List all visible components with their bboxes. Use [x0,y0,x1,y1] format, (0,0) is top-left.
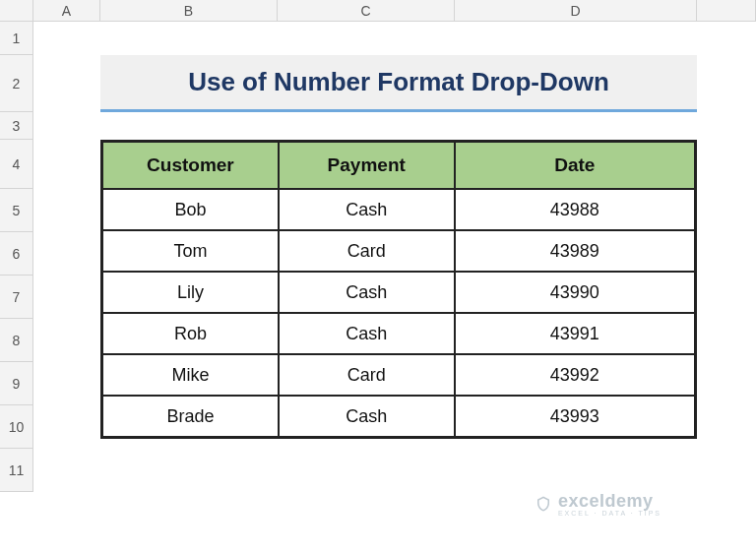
row-header-2[interactable]: 2 [0,55,33,112]
cell-customer[interactable]: Brade [102,396,279,437]
cell-date[interactable]: 43988 [455,189,695,230]
row-header-10[interactable]: 10 [0,405,33,449]
table-header-row: Customer Payment Date [102,142,695,189]
table-row: Brade Cash 43993 [102,396,695,437]
header-customer[interactable]: Customer [102,142,279,189]
row-header-7[interactable]: 7 [0,276,33,319]
watermark-text: exceldemy EXCEL · DATA · TIPS [558,491,662,517]
data-table: Customer Payment Date Bob Cash 43988 Tom… [100,140,697,439]
col-header-c[interactable]: C [278,0,455,21]
row-header-4[interactable]: 4 [0,140,33,189]
row-header-9[interactable]: 9 [0,362,33,405]
cell-customer[interactable]: Tom [102,230,279,272]
cell-customer[interactable]: Rob [102,313,279,354]
cell-payment[interactable]: Cash [279,313,455,354]
cell-payment[interactable]: Cash [279,272,455,313]
table-row: Bob Cash 43988 [102,189,695,230]
cell-date[interactable]: 43992 [455,354,695,396]
cell-customer[interactable]: Bob [102,189,279,230]
cell-customer[interactable]: Lily [102,272,279,313]
table-row: Rob Cash 43991 [102,313,695,354]
cell-date[interactable]: 43989 [455,230,695,272]
table-row: Mike Card 43992 [102,354,695,396]
row-header-5[interactable]: 5 [0,189,33,232]
watermark-brand: exceldemy [558,491,654,511]
table-row: Lily Cash 43990 [102,272,695,313]
cell-payment[interactable]: Cash [279,189,455,230]
watermark-sub: EXCEL · DATA · TIPS [558,510,662,517]
column-headers: A B C D [0,0,756,22]
watermark: exceldemy EXCEL · DATA · TIPS [535,491,662,517]
cell-date[interactable]: 43990 [455,272,695,313]
cell-payment[interactable]: Cash [279,396,455,437]
row-headers: 1 2 3 4 5 6 7 8 9 10 11 [0,22,33,492]
title-cell[interactable]: Use of Number Format Drop-Down [100,55,697,112]
col-header-d[interactable]: D [455,0,697,21]
row-header-8[interactable]: 8 [0,319,33,362]
cell-date[interactable]: 43993 [455,396,695,437]
col-header-a[interactable]: A [33,0,100,21]
row-header-1[interactable]: 1 [0,22,33,55]
cell-payment[interactable]: Card [279,354,455,396]
title-text: Use of Number Format Drop-Down [188,67,609,97]
row-header-11[interactable]: 11 [0,449,33,492]
cells-area[interactable]: Use of Number Format Drop-Down Customer … [33,22,756,552]
cell-payment[interactable]: Card [279,230,455,272]
header-date[interactable]: Date [455,142,695,189]
header-payment[interactable]: Payment [279,142,455,189]
spreadsheet: A B C D 1 2 3 4 5 6 7 8 9 10 11 Use of N… [0,0,756,552]
table-row: Tom Card 43989 [102,230,695,272]
col-header-e[interactable] [697,0,756,21]
col-header-b[interactable]: B [100,0,278,21]
cell-date[interactable]: 43991 [455,313,695,354]
row-header-6[interactable]: 6 [0,232,33,276]
row-header-3[interactable]: 3 [0,112,33,140]
select-all-corner[interactable] [0,0,33,21]
logo-icon [535,495,552,513]
cell-customer[interactable]: Mike [102,354,279,396]
